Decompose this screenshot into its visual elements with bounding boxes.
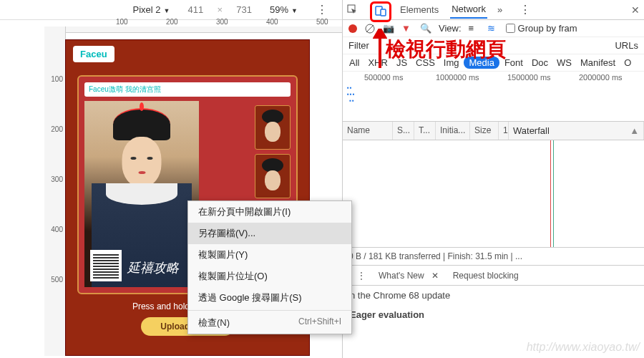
ctx-save-image[interactable]: 另存圖檔(V)...: [188, 223, 351, 244]
drawer-menu-icon[interactable]: ⋮: [354, 268, 367, 284]
tab-whatsnew[interactable]: What's New✕: [373, 268, 444, 284]
filter-other[interactable]: O: [620, 56, 635, 69]
tab-reqblock[interactable]: Request blocking: [450, 268, 522, 284]
thumb-1[interactable]: [255, 105, 291, 150]
col-time[interactable]: 1: [499, 122, 509, 140]
network-table-body[interactable]: [343, 140, 644, 248]
main-photo[interactable]: 延禧攻略: [84, 101, 199, 287]
hide-urls-label[interactable]: URLs: [615, 40, 638, 51]
whatsnew-text: n the Chrome 68 update: [343, 286, 644, 305]
ctx-inspect[interactable]: 檢查(N)Ctrl+Shift+I: [188, 312, 351, 334]
timeline-overview[interactable]: 500000 ms 1000000 ms 1500000 ms 2000000 …: [343, 72, 644, 122]
tab-elements[interactable]: Elements: [399, 1, 440, 18]
record-icon[interactable]: [348, 24, 357, 33]
tab-network[interactable]: Network: [450, 1, 487, 19]
context-menu: 在新分頁中開啟圖片(I) 另存圖檔(V)... 複製圖片(Y) 複製圖片位址(O…: [187, 200, 352, 334]
watermark: http://www.xiaoyao.tw/: [527, 341, 640, 354]
device-toggle-icon[interactable]: [375, 5, 386, 16]
devtools-menu-icon[interactable]: ⋮: [519, 3, 530, 16]
svg-rect-2: [381, 9, 386, 16]
col-name[interactable]: Name: [343, 122, 393, 140]
view-label: View:: [439, 23, 462, 34]
col-size[interactable]: Size: [470, 122, 499, 140]
group-checkbox[interactable]: Group by fram: [506, 23, 577, 34]
col-initiator[interactable]: Initia...: [436, 122, 470, 140]
height-input[interactable]: 731: [230, 4, 258, 15]
annotation-text: 檢視行動網頁: [386, 36, 506, 63]
highlight-box: [370, 1, 391, 22]
ctx-copy-address[interactable]: 複製圖片位址(O): [188, 266, 351, 287]
large-rows-icon[interactable]: ≡: [469, 23, 480, 34]
close-icon[interactable]: ✕: [631, 4, 640, 16]
filter-label: Filter: [348, 40, 369, 51]
filter-doc[interactable]: Doc: [528, 56, 552, 69]
search-icon[interactable]: 🔍: [420, 23, 431, 34]
more-tabs-icon[interactable]: »: [497, 4, 502, 15]
zoom-select[interactable]: 59%: [265, 3, 302, 16]
filter-manifest[interactable]: Manifest: [577, 56, 619, 69]
qr-code: [90, 250, 122, 281]
ctx-open-image[interactable]: 在新分頁中開啟圖片(I): [188, 201, 351, 223]
filter-icon[interactable]: ▼: [401, 23, 413, 34]
dim-x: ×: [217, 4, 223, 15]
thumb-2[interactable]: [255, 154, 291, 198]
device-select[interactable]: Pixel 2: [129, 3, 175, 16]
faceu-logo: Faceu: [73, 46, 114, 62]
waterfall-icon[interactable]: ≋: [487, 23, 499, 34]
change-character-label[interactable]: Change Character: [262, 40, 296, 42]
annotation-arrow: [373, 29, 387, 70]
network-table-header: Name S... T... Initia... Size 1 Waterfal…: [343, 122, 644, 140]
col-status[interactable]: S...: [393, 122, 414, 140]
ctx-copy-image[interactable]: 複製圖片(Y): [188, 244, 351, 266]
show-logo: 延禧攻略: [127, 259, 179, 276]
device-toolbar: Pixel 2 411 × 731 59% ⋮: [0, 0, 342, 20]
eager-eval: Eager evaluation: [343, 305, 644, 324]
status-bar: 0 B / 181 KB transferred | Finish: 31.5 …: [343, 248, 644, 266]
inspect-icon[interactable]: [347, 4, 358, 16]
width-input[interactable]: 411: [181, 4, 210, 15]
card-tag: Faceu激萌 我的清宫照: [84, 82, 291, 97]
more-icon[interactable]: ⋮: [316, 3, 326, 16]
devtools-panel: Elements Network » ⋮ ✕ 📷 ▼ 🔍 View: ≡ ≋ G…: [342, 0, 644, 358]
col-waterfall[interactable]: Waterfall▲: [509, 122, 644, 140]
drawer-tabs: ⋮ What's New✕ Request blocking: [343, 266, 644, 286]
ruler-horizontal: 100 200 300 400 500: [44, 26, 342, 33]
col-type[interactable]: T...: [414, 122, 436, 140]
ctx-search-image[interactable]: 透過 Google 搜尋圖片(S): [188, 287, 351, 309]
filter-ws[interactable]: WS: [553, 56, 575, 69]
filter-all[interactable]: All: [346, 56, 363, 69]
network-toolbar: 📷 ▼ 🔍 View: ≡ ≋ Group by fram: [343, 20, 644, 37]
